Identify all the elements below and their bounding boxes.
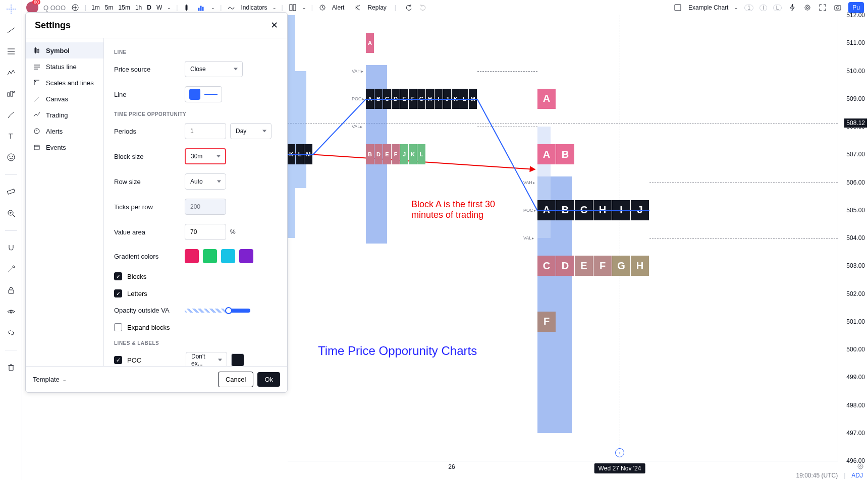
crosshair-tool-icon[interactable] — [4, 4, 18, 14]
line-color-swatch[interactable] — [189, 89, 200, 100]
camera-icon[interactable] — [833, 3, 842, 12]
axis-settings-icon[interactable] — [857, 463, 864, 470]
ruler-tool-icon[interactable] — [4, 187, 18, 197]
compare-icon[interactable] — [71, 3, 80, 12]
badge-1[interactable]: 1 — [744, 5, 753, 11]
nav-symbol[interactable]: Symbol — [26, 42, 103, 58]
periods-input[interactable]: 1 — [185, 123, 226, 139]
indicators-button[interactable]: Indicators — [241, 4, 267, 11]
bars-icon[interactable] — [197, 3, 206, 12]
block-size-select[interactable]: 30m — [185, 148, 226, 164]
redo-icon[interactable] — [418, 3, 427, 12]
tpo-block: F — [537, 312, 556, 332]
time-axis[interactable]: 26Wed 27 Nov '24 — [288, 461, 838, 474]
expand-checkbox[interactable] — [114, 323, 122, 331]
candle-type-icon[interactable] — [183, 3, 192, 12]
cancel-button[interactable]: Cancel — [218, 372, 253, 387]
fullscreen-icon[interactable] — [818, 3, 827, 12]
replay-button[interactable]: Replay — [367, 4, 386, 11]
indicators-icon[interactable] — [227, 3, 236, 12]
magnet-tool-icon[interactable] — [4, 243, 18, 253]
nav-alerts[interactable]: Alerts — [26, 123, 103, 139]
badge-l[interactable]: L — [773, 5, 782, 11]
adj-label[interactable]: ADJ — [851, 472, 863, 479]
forecast-tool-icon[interactable] — [4, 89, 18, 99]
blocks-checkbox[interactable] — [114, 272, 122, 280]
settings-title: Settings — [35, 20, 71, 31]
chart-canvas[interactable]: Time Price Opporunity ChartsBlock A is t… — [288, 15, 838, 461]
price-source-select[interactable]: Close — [185, 61, 243, 77]
price-tick: 512.00 — [846, 12, 865, 19]
trash-tool-icon[interactable] — [4, 363, 18, 373]
gradient-swatch-3[interactable] — [221, 249, 235, 263]
ok-button[interactable]: Ok — [257, 372, 280, 387]
close-icon[interactable]: ✕ — [270, 20, 278, 31]
badge-i[interactable]: I — [760, 5, 767, 11]
events-icon — [33, 143, 41, 151]
interval-1h[interactable]: 1h — [135, 4, 142, 11]
trendline-tool-icon[interactable] — [4, 25, 18, 35]
vah-extension-line — [649, 183, 838, 183]
svg-point-10 — [8, 154, 15, 161]
interval-w[interactable]: W — [156, 4, 162, 11]
interval-1m[interactable]: 1m — [91, 4, 100, 11]
line-style-sample[interactable] — [204, 94, 218, 95]
alert-icon[interactable] — [318, 3, 327, 12]
save-icon[interactable] — [673, 3, 682, 12]
tpo-block: E — [575, 256, 593, 276]
svg-point-42 — [858, 464, 863, 469]
price-tick: 500.00 — [846, 346, 865, 353]
symbol-icon — [33, 46, 41, 54]
val-label: VAL — [523, 235, 534, 241]
time-axis-label: 26 — [448, 463, 455, 470]
nav-events[interactable]: Events — [26, 139, 103, 155]
nav-scales[interactable]: Scales and lines — [26, 75, 103, 91]
eye-tool-icon[interactable] — [4, 307, 18, 317]
link-tool-icon[interactable] — [4, 328, 18, 338]
opacity-slider[interactable] — [185, 309, 250, 313]
periods-unit-select[interactable]: Day — [230, 123, 272, 139]
zoom-tool-icon[interactable] — [4, 208, 18, 218]
layout-icon[interactable] — [288, 3, 297, 12]
nav-status-line[interactable]: Status line — [26, 58, 103, 75]
price-scale[interactable]: 512.00511.00510.00509.00508.00507.00506.… — [838, 15, 868, 461]
settings-gear-icon[interactable] — [803, 3, 812, 12]
letters-checkbox[interactable] — [114, 289, 122, 297]
symbol-search[interactable]: Q OOO — [43, 4, 66, 12]
brush-tool-icon[interactable] — [4, 110, 18, 120]
gradient-swatch-1[interactable] — [185, 249, 199, 263]
template-button[interactable]: Template⌄ — [33, 376, 67, 383]
val-extension-line — [477, 127, 537, 127]
svg-point-38 — [805, 5, 810, 10]
tpo-block: A — [537, 89, 556, 109]
fib-tool-icon[interactable] — [4, 46, 18, 56]
poc-label: POC — [352, 96, 364, 101]
drawing-lock-icon[interactable] — [4, 264, 18, 274]
chart-name[interactable]: Example Chart — [688, 4, 728, 11]
chart-annotation-title: Time Price Opporunity Charts — [318, 344, 477, 358]
va-input[interactable]: 70 — [185, 224, 226, 240]
settings-modal: Settings ✕ Symbol Status line Scales and… — [25, 12, 288, 393]
interval-d[interactable]: D — [147, 4, 151, 11]
replay-icon[interactable] — [353, 3, 362, 12]
emoji-tool-icon[interactable] — [4, 152, 18, 162]
poc-checkbox[interactable] — [114, 356, 122, 364]
pattern-tool-icon[interactable] — [4, 68, 18, 78]
poc-extend-select[interactable]: Don't ex... — [186, 352, 227, 366]
nav-canvas[interactable]: Canvas — [26, 91, 103, 107]
interval-5m[interactable]: 5m — [105, 4, 114, 11]
text-tool-icon[interactable]: T — [4, 131, 18, 141]
gradient-swatch-2[interactable] — [203, 249, 217, 263]
poc-color-swatch[interactable] — [231, 353, 244, 366]
flash-icon[interactable] — [788, 3, 797, 12]
lock-tool-icon[interactable] — [4, 285, 18, 295]
scroll-to-recent-button[interactable]: › — [615, 448, 624, 457]
undo-icon[interactable] — [404, 3, 413, 12]
left-toolbar: T — [0, 0, 22, 480]
interval-15m[interactable]: 15m — [119, 4, 130, 11]
row-size-select[interactable]: Auto — [185, 173, 226, 190]
tpo-block: A — [366, 33, 374, 53]
nav-trading[interactable]: Trading — [26, 107, 103, 123]
alert-button[interactable]: Alert — [332, 4, 345, 11]
gradient-swatch-4[interactable] — [239, 249, 253, 263]
